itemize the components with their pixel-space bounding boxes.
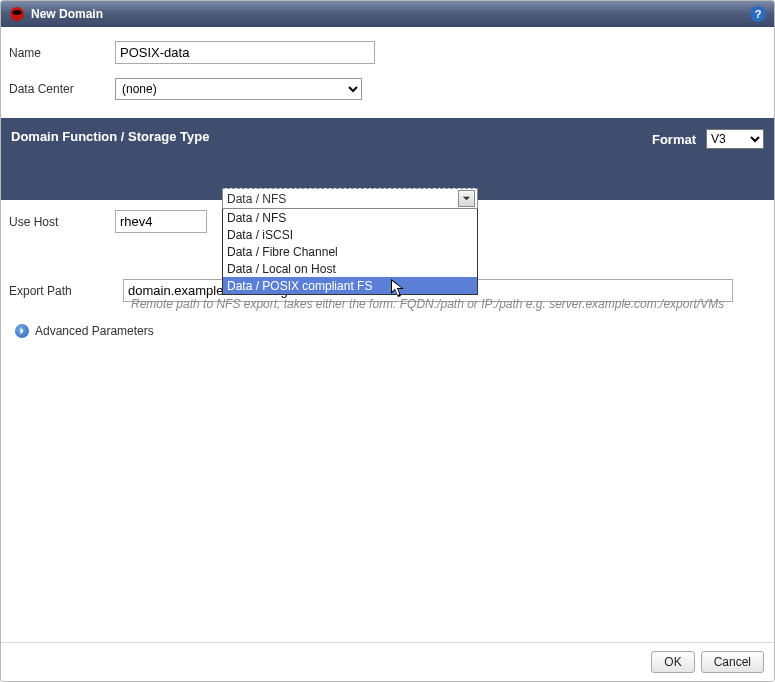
datacenter-select[interactable]: (none) xyxy=(115,78,362,100)
usehost-label: Use Host xyxy=(9,215,115,229)
advanced-label: Advanced Parameters xyxy=(35,324,154,338)
datacenter-label: Data Center xyxy=(9,82,115,96)
export-hint: Remote path to NFS export, takes either … xyxy=(131,296,766,312)
new-domain-dialog: New Domain ? Name Data Center (none) Dom… xyxy=(0,0,775,682)
storage-type-list: Data / NFSData / iSCSIData / Fibre Chann… xyxy=(222,209,478,295)
row-name: Name xyxy=(9,41,766,64)
format-wrap: Format V3 xyxy=(652,129,764,149)
svg-point-1 xyxy=(13,10,22,14)
storage-type-selected: Data / NFS xyxy=(227,192,286,206)
storage-type-display[interactable]: Data / NFS xyxy=(222,188,478,209)
storage-type-option[interactable]: Data / POSIX compliant FS xyxy=(223,277,477,294)
redhat-icon xyxy=(9,6,25,22)
titlebar: New Domain ? xyxy=(1,1,774,27)
storage-type-option[interactable]: Data / Fibre Channel xyxy=(223,243,477,260)
dialog-title: New Domain xyxy=(31,7,103,21)
usehost-input[interactable] xyxy=(115,210,207,233)
chevron-down-icon[interactable] xyxy=(458,190,475,207)
row-datacenter: Data Center (none) xyxy=(9,78,766,100)
storage-type-title: Domain Function / Storage Type xyxy=(11,129,209,144)
content: Name Data Center (none) Domain Function … xyxy=(1,27,774,642)
export-label: Export Path xyxy=(9,284,123,298)
advanced-parameters-toggle[interactable]: Advanced Parameters xyxy=(1,316,774,346)
help-icon[interactable]: ? xyxy=(750,6,766,22)
help-glyph: ? xyxy=(755,8,762,20)
upper-form: Name Data Center (none) xyxy=(1,27,774,118)
name-label: Name xyxy=(9,46,115,60)
storage-type-option[interactable]: Data / NFS xyxy=(223,209,477,226)
format-select[interactable]: V3 xyxy=(706,129,764,149)
expand-icon xyxy=(15,324,29,338)
footer: OK Cancel xyxy=(1,642,774,681)
format-label: Format xyxy=(652,132,696,147)
storage-type-option[interactable]: Data / Local on Host xyxy=(223,260,477,277)
titlebar-left: New Domain xyxy=(9,6,103,22)
cancel-button[interactable]: Cancel xyxy=(701,651,764,673)
ok-button[interactable]: OK xyxy=(651,651,694,673)
name-input[interactable] xyxy=(115,41,375,64)
storage-type-dropdown[interactable]: Data / NFS Data / NFSData / iSCSIData / … xyxy=(222,188,478,295)
storage-type-option[interactable]: Data / iSCSI xyxy=(223,226,477,243)
